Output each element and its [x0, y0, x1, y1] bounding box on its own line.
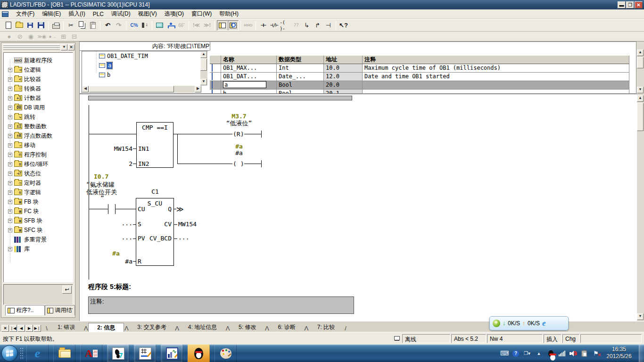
expand-icon[interactable]: +: [8, 181, 12, 185]
tab-call-structure[interactable]: 调用结?: [45, 305, 75, 315]
expand-icon[interactable]: +: [8, 209, 12, 214]
minimize-button[interactable]: ▬: [618, 1, 626, 8]
insert-element-button[interactable]: ↩: [62, 286, 72, 294]
taskbar-clock[interactable]: 16:35 2012/5/26: [601, 346, 637, 360]
cell-address[interactable]: 20.1: [324, 90, 363, 94]
catalog-item-libraries[interactable]: +库: [5, 244, 72, 254]
catalog-item-bit-logic[interactable]: +⊣位逻辑: [5, 65, 72, 74]
cell-comment[interactable]: [363, 90, 629, 94]
expand-icon[interactable]: +: [8, 96, 12, 100]
tab-diagnostics[interactable]: 6: 诊断: [269, 323, 304, 332]
network5-comment-box[interactable]: 注释:: [88, 296, 354, 314]
menu-plc[interactable]: PLC: [89, 10, 107, 18]
counter-s-operand[interactable]: ...: [112, 220, 132, 227]
tab-errors[interactable]: 1: 错误: [49, 323, 83, 332]
counter-cv-operand[interactable]: MW154: [178, 221, 197, 228]
undo-icon[interactable]: ↶: [102, 20, 113, 31]
catalog-item-float-math[interactable]: +±R浮点数函数: [5, 131, 72, 140]
scroll-down-icon[interactable]: ▼: [200, 79, 207, 85]
keyboard-tray-icon[interactable]: ⌨: [501, 350, 508, 357]
column-comment[interactable]: 注释: [363, 56, 629, 64]
prev-tab-icon[interactable]: ◀: [17, 325, 25, 332]
taskbar-simatic-manager[interactable]: 7: [107, 345, 129, 362]
cell-name-editing[interactable]: a: [221, 81, 277, 90]
catalog-item-move[interactable]: +⇒移动: [5, 140, 72, 150]
contact-no-icon[interactable]: ⊣⊢: [258, 20, 269, 31]
taskbar-internet-explorer[interactable]: e: [26, 345, 49, 362]
window-tray-icon[interactable]: ❐▾: [523, 350, 531, 357]
panel-grip[interactable]: [3, 44, 60, 50]
editor-vscrollbar[interactable]: ▲ ▼: [637, 94, 644, 321]
expand-icon[interactable]: +: [8, 172, 12, 176]
symbol-info-icon[interactable]: [165, 20, 176, 31]
clipboard-tray-icon[interactable]: [580, 350, 588, 357]
overview-toggle-icon[interactable]: [217, 20, 228, 31]
expand-icon[interactable]: +: [8, 219, 12, 223]
cmp-in2-operand[interactable]: 2: [112, 160, 132, 167]
catalog-item-sfc-blocks[interactable]: +▣SFC 块: [5, 225, 72, 235]
restore-button[interactable]: ❐: [626, 1, 634, 8]
scroll-up-icon[interactable]: ▲: [637, 49, 644, 56]
cell-address[interactable]: 20.0: [324, 81, 363, 90]
catalog-item-new-network[interactable]: HHO新建程序段: [5, 56, 72, 65]
save-as-icon[interactable]: [25, 20, 35, 31]
coil-icon[interactable]: -( )-: [280, 20, 290, 31]
scroll-left-icon[interactable]: ◀: [82, 86, 89, 92]
menu-window[interactable]: 窗口(W): [188, 9, 215, 19]
ladder-editor[interactable]: CMP ==I IN1 IN2 MW154 2 M3.7 “低液位” (R) #…: [79, 94, 637, 321]
taskbar-plc-chart-tool[interactable]: ∿: [161, 345, 183, 362]
cell-comment[interactable]: Maximum cycle time of OB1 (milliseconds): [363, 64, 629, 73]
expand-icon[interactable]: +: [8, 228, 12, 232]
cell-type[interactable]: Date_...: [277, 73, 324, 81]
catalog-item-fc-blocks[interactable]: +▣FC 块: [5, 206, 72, 216]
coil-a-address[interactable]: #a: [230, 143, 248, 150]
ie-shortcut-icon[interactable]: e: [542, 319, 546, 328]
resume-icon[interactable]: ≫◉: [36, 32, 47, 41]
expand-icon[interactable]: +: [8, 124, 12, 129]
expand-icon[interactable]: +: [8, 153, 12, 157]
cell-address[interactable]: 10.0: [324, 64, 363, 73]
network-signal-icon[interactable]: [559, 351, 565, 356]
counter-pv-operand[interactable]: ...: [112, 234, 132, 241]
catalog-item-db-call[interactable]: +DBDB 调用: [5, 103, 72, 112]
menu-insert[interactable]: 插入(I): [65, 9, 89, 19]
expand-icon[interactable]: +: [8, 247, 12, 251]
menu-debug[interactable]: 调试(D): [107, 9, 134, 19]
open-branch-icon[interactable]: ↳: [301, 20, 312, 31]
detail-view-toggle-icon[interactable]: [228, 20, 239, 31]
print-icon[interactable]: [50, 20, 61, 31]
scroll-right-icon[interactable]: ▶: [195, 86, 201, 92]
save-icon[interactable]: [35, 20, 46, 31]
cmp-title[interactable]: CMP ==I: [138, 124, 172, 131]
cell-name[interactable]: OB1_MAX...: [221, 64, 277, 73]
taskbar-paint[interactable]: [215, 345, 237, 362]
menu-view[interactable]: 视图(V): [134, 9, 161, 19]
column-name[interactable]: 名称: [221, 56, 277, 64]
scroll-down-icon[interactable]: ▼: [637, 313, 644, 320]
breakpoints-active-icon[interactable]: ◉: [25, 32, 36, 41]
taskbar-lad-editor[interactable]: [134, 345, 156, 362]
scroll-thumb[interactable]: [89, 86, 174, 92]
cell-type[interactable]: Int: [277, 64, 324, 73]
catalog-item-counter[interactable]: ++1计数器: [5, 93, 72, 103]
scroll-down-icon[interactable]: ▼: [637, 87, 644, 93]
tab-cross-reference[interactable]: 3: 交叉参考: [129, 323, 174, 332]
network4-comment-box[interactable]: [88, 96, 352, 100]
scroll-up-icon[interactable]: ▲: [637, 95, 644, 102]
monitor-icon[interactable]: 66': [176, 20, 187, 31]
next-tab-icon[interactable]: ▶: [25, 325, 33, 332]
download-icon[interactable]: [139, 20, 150, 31]
expand-icon[interactable]: +: [8, 115, 12, 119]
new-network-icon[interactable]: HHO: [243, 20, 254, 31]
column-address[interactable]: 地址: [324, 56, 363, 64]
help-pointer-icon[interactable]: ↖?: [338, 20, 349, 31]
taskbar-qq[interactable]: [188, 345, 210, 362]
catalog-item-program-control[interactable]: +⊓程序控制: [5, 150, 72, 159]
close-branch-icon[interactable]: ↱: [312, 20, 323, 31]
catalog-item-status-bits[interactable]: +⊣?状态位: [5, 169, 72, 178]
qq-tray-icon[interactable]: [547, 350, 554, 357]
contact-bar[interactable]: [108, 204, 108, 214]
network5-title[interactable]: :标题:: [114, 283, 131, 290]
scroll-up-icon[interactable]: ▲: [200, 51, 207, 58]
tree-vscrollbar[interactable]: ▲ ▼: [200, 51, 207, 85]
